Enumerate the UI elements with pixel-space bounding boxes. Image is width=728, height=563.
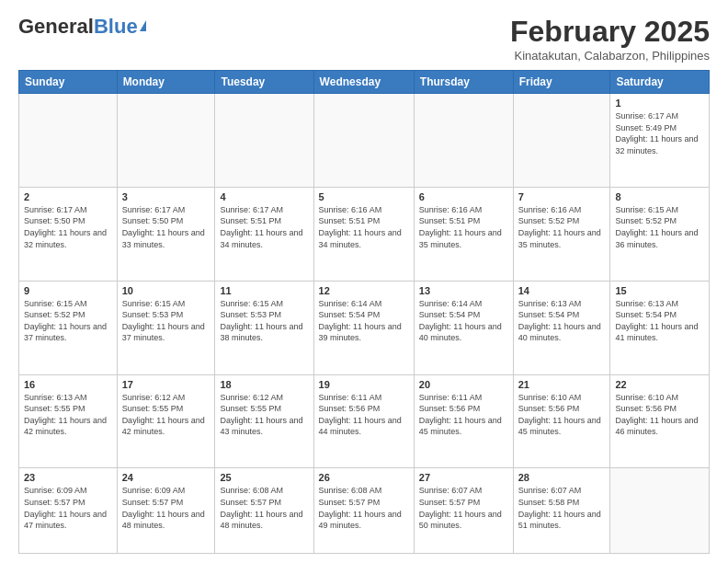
header: GeneralBlue February 2025 Kinatakutan, C…: [18, 15, 710, 63]
calendar-cell: [414, 94, 513, 188]
title-block: February 2025 Kinatakutan, Calabarzon, P…: [510, 15, 710, 63]
day-number: 4: [220, 191, 308, 202]
calendar-cell: [215, 94, 313, 188]
day-info: Sunrise: 6:16 AM Sunset: 5:51 PM Dayligh…: [419, 204, 508, 250]
day-info: Sunrise: 6:17 AM Sunset: 5:50 PM Dayligh…: [122, 204, 210, 250]
calendar-cell: 9Sunrise: 6:15 AM Sunset: 5:52 PM Daylig…: [19, 281, 118, 374]
day-number: 17: [122, 379, 210, 390]
logo-blue: Blue: [94, 15, 138, 39]
day-number: 2: [24, 191, 112, 202]
day-info: Sunrise: 6:13 AM Sunset: 5:54 PM Dayligh…: [615, 298, 704, 344]
day-number: 20: [419, 379, 508, 390]
logo-triangle-icon: [140, 20, 146, 31]
day-info: Sunrise: 6:12 AM Sunset: 5:55 PM Dayligh…: [122, 392, 210, 438]
calendar-week-row: 16Sunrise: 6:13 AM Sunset: 5:55 PM Dayli…: [19, 374, 710, 468]
calendar-cell: 14Sunrise: 6:13 AM Sunset: 5:54 PM Dayli…: [513, 281, 610, 374]
calendar-cell: 11Sunrise: 6:15 AM Sunset: 5:53 PM Dayli…: [215, 281, 313, 374]
calendar-cell: 19Sunrise: 6:11 AM Sunset: 5:56 PM Dayli…: [313, 374, 414, 468]
weekday-header-monday: Monday: [117, 71, 215, 94]
calendar-cell: [313, 94, 414, 188]
day-info: Sunrise: 6:13 AM Sunset: 5:54 PM Dayligh…: [518, 298, 606, 344]
day-number: 5: [319, 191, 409, 202]
day-info: Sunrise: 6:09 AM Sunset: 5:57 PM Dayligh…: [122, 485, 210, 531]
day-number: 25: [220, 472, 308, 483]
calendar-cell: 3Sunrise: 6:17 AM Sunset: 5:50 PM Daylig…: [117, 187, 215, 281]
day-number: 1: [615, 98, 704, 109]
month-year: February 2025: [510, 15, 710, 49]
day-info: Sunrise: 6:15 AM Sunset: 5:52 PM Dayligh…: [615, 204, 704, 250]
weekday-header-friday: Friday: [513, 71, 610, 94]
calendar-cell: 7Sunrise: 6:16 AM Sunset: 5:52 PM Daylig…: [513, 187, 610, 281]
day-number: 19: [319, 379, 409, 390]
day-number: 18: [220, 379, 308, 390]
day-number: 16: [24, 379, 112, 390]
day-info: Sunrise: 6:11 AM Sunset: 5:56 PM Dayligh…: [319, 392, 409, 438]
day-number: 10: [122, 285, 210, 296]
calendar-week-row: 1Sunrise: 6:17 AM Sunset: 5:49 PM Daylig…: [19, 94, 710, 188]
day-info: Sunrise: 6:17 AM Sunset: 5:49 PM Dayligh…: [615, 110, 704, 156]
day-info: Sunrise: 6:16 AM Sunset: 5:52 PM Dayligh…: [518, 204, 606, 250]
day-info: Sunrise: 6:15 AM Sunset: 5:52 PM Dayligh…: [24, 298, 112, 344]
day-info: Sunrise: 6:11 AM Sunset: 5:56 PM Dayligh…: [419, 392, 508, 438]
day-info: Sunrise: 6:14 AM Sunset: 5:54 PM Dayligh…: [419, 298, 508, 344]
day-info: Sunrise: 6:14 AM Sunset: 5:54 PM Dayligh…: [319, 298, 409, 344]
calendar-cell: 15Sunrise: 6:13 AM Sunset: 5:54 PM Dayli…: [610, 281, 710, 374]
day-number: 24: [122, 472, 210, 483]
calendar-cell: [117, 94, 215, 188]
day-info: Sunrise: 6:08 AM Sunset: 5:57 PM Dayligh…: [220, 485, 308, 531]
calendar-week-row: 2Sunrise: 6:17 AM Sunset: 5:50 PM Daylig…: [19, 187, 710, 281]
calendar-cell: 1Sunrise: 6:17 AM Sunset: 5:49 PM Daylig…: [610, 94, 710, 188]
page: GeneralBlue February 2025 Kinatakutan, C…: [0, 0, 728, 563]
calendar-cell: 22Sunrise: 6:10 AM Sunset: 5:56 PM Dayli…: [610, 374, 710, 468]
calendar-cell: 20Sunrise: 6:11 AM Sunset: 5:56 PM Dayli…: [414, 374, 513, 468]
calendar-table: SundayMondayTuesdayWednesdayThursdayFrid…: [18, 70, 710, 554]
calendar-cell: 26Sunrise: 6:08 AM Sunset: 5:57 PM Dayli…: [313, 468, 414, 554]
calendar-cell: 27Sunrise: 6:07 AM Sunset: 5:57 PM Dayli…: [414, 468, 513, 554]
day-info: Sunrise: 6:15 AM Sunset: 5:53 PM Dayligh…: [220, 298, 308, 344]
calendar-cell: 21Sunrise: 6:10 AM Sunset: 5:56 PM Dayli…: [513, 374, 610, 468]
calendar-cell: 17Sunrise: 6:12 AM Sunset: 5:55 PM Dayli…: [117, 374, 215, 468]
weekday-header-row: SundayMondayTuesdayWednesdayThursdayFrid…: [19, 71, 710, 94]
calendar-cell: 10Sunrise: 6:15 AM Sunset: 5:53 PM Dayli…: [117, 281, 215, 374]
weekday-header-thursday: Thursday: [414, 71, 513, 94]
weekday-header-saturday: Saturday: [610, 71, 710, 94]
day-number: 9: [24, 285, 112, 296]
day-number: 11: [220, 285, 308, 296]
calendar-cell: 23Sunrise: 6:09 AM Sunset: 5:57 PM Dayli…: [19, 468, 118, 554]
day-info: Sunrise: 6:10 AM Sunset: 5:56 PM Dayligh…: [518, 392, 606, 438]
day-number: 3: [122, 191, 210, 202]
calendar-cell: 6Sunrise: 6:16 AM Sunset: 5:51 PM Daylig…: [414, 187, 513, 281]
day-info: Sunrise: 6:09 AM Sunset: 5:57 PM Dayligh…: [24, 485, 112, 531]
day-info: Sunrise: 6:12 AM Sunset: 5:55 PM Dayligh…: [220, 392, 308, 438]
calendar-cell: 25Sunrise: 6:08 AM Sunset: 5:57 PM Dayli…: [215, 468, 313, 554]
day-number: 14: [518, 285, 606, 296]
calendar-week-row: 23Sunrise: 6:09 AM Sunset: 5:57 PM Dayli…: [19, 468, 710, 554]
day-number: 8: [615, 191, 704, 202]
day-number: 22: [615, 379, 704, 390]
weekday-header-wednesday: Wednesday: [313, 71, 414, 94]
day-number: 23: [24, 472, 112, 483]
day-number: 26: [319, 472, 409, 483]
day-info: Sunrise: 6:07 AM Sunset: 5:58 PM Dayligh…: [518, 485, 606, 531]
calendar-cell: 18Sunrise: 6:12 AM Sunset: 5:55 PM Dayli…: [215, 374, 313, 468]
logo: GeneralBlue: [18, 15, 146, 39]
calendar-cell: 16Sunrise: 6:13 AM Sunset: 5:55 PM Dayli…: [19, 374, 118, 468]
weekday-header-sunday: Sunday: [19, 71, 118, 94]
calendar-week-row: 9Sunrise: 6:15 AM Sunset: 5:52 PM Daylig…: [19, 281, 710, 374]
day-number: 6: [419, 191, 508, 202]
day-info: Sunrise: 6:10 AM Sunset: 5:56 PM Dayligh…: [615, 392, 704, 438]
calendar-cell: [19, 94, 118, 188]
day-number: 21: [518, 379, 606, 390]
calendar-cell: 4Sunrise: 6:17 AM Sunset: 5:51 PM Daylig…: [215, 187, 313, 281]
location: Kinatakutan, Calabarzon, Philippines: [510, 49, 710, 63]
day-number: 27: [419, 472, 508, 483]
weekday-header-tuesday: Tuesday: [215, 71, 313, 94]
calendar-cell: 13Sunrise: 6:14 AM Sunset: 5:54 PM Dayli…: [414, 281, 513, 374]
logo-general: General: [18, 15, 94, 39]
day-info: Sunrise: 6:16 AM Sunset: 5:51 PM Dayligh…: [319, 204, 409, 250]
day-number: 15: [615, 285, 704, 296]
day-number: 7: [518, 191, 606, 202]
day-info: Sunrise: 6:08 AM Sunset: 5:57 PM Dayligh…: [319, 485, 409, 531]
calendar-cell: 24Sunrise: 6:09 AM Sunset: 5:57 PM Dayli…: [117, 468, 215, 554]
day-info: Sunrise: 6:17 AM Sunset: 5:51 PM Dayligh…: [220, 204, 308, 250]
